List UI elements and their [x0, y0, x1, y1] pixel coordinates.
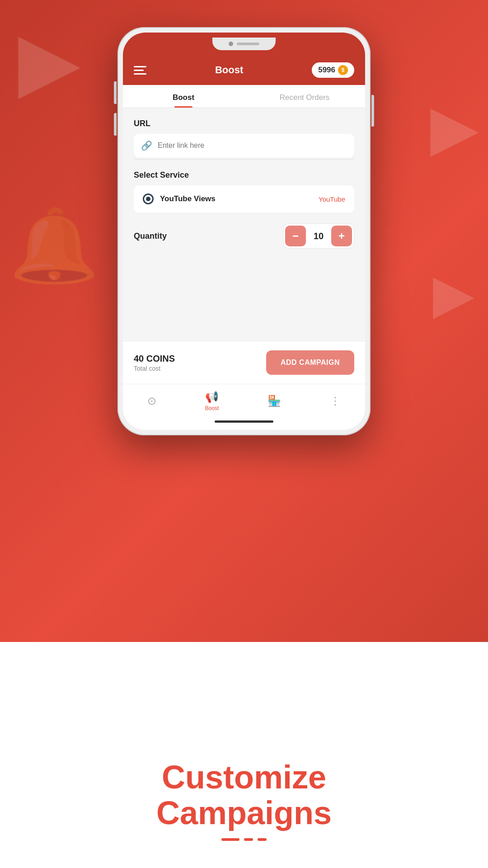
- url-input[interactable]: [158, 142, 347, 150]
- yt-watermark-3: 🔔: [9, 203, 99, 288]
- cost-label: Total cost: [134, 365, 175, 372]
- underline-dot-2: [244, 838, 253, 841]
- yt-watermark-4: ▶: [433, 262, 474, 325]
- speaker: [237, 42, 259, 45]
- phone-frame: Boost 5996 $ Boost Recent Orders URL: [117, 27, 371, 435]
- nav-item-more[interactable]: ⋮: [330, 395, 341, 407]
- more-nav-icon: ⋮: [330, 395, 341, 407]
- coin-icon: $: [338, 65, 348, 75]
- app-header: Boost 5996 $: [123, 55, 365, 85]
- volume-down-button: [114, 113, 117, 136]
- url-divider: [134, 159, 354, 160]
- url-input-container: 🔗: [134, 134, 354, 157]
- nav-item-home[interactable]: ⊙: [147, 395, 156, 407]
- content-spacer: [134, 259, 354, 341]
- phone-screen: Boost 5996 $ Boost Recent Orders URL: [123, 55, 365, 430]
- bottom-nav: ⊙ 📢 Boost 🏪 ⋮: [123, 384, 365, 416]
- store-nav-icon: 🏪: [267, 395, 281, 407]
- notch: [212, 38, 276, 50]
- menu-button[interactable]: [134, 66, 146, 75]
- nav-item-boost[interactable]: 📢 Boost: [205, 391, 219, 411]
- yt-watermark-1: ▶: [18, 14, 80, 108]
- underline-dot-3: [258, 838, 267, 841]
- tabs-bar: Boost Recent Orders: [123, 85, 365, 108]
- home-nav-icon: ⊙: [147, 395, 156, 407]
- cost-info: 40 COINS Total cost: [134, 354, 175, 372]
- yt-watermark-2: ▶: [430, 90, 479, 164]
- home-indicator: [123, 416, 365, 430]
- tab-boost[interactable]: Boost: [123, 85, 244, 108]
- volume-up-button: [114, 81, 117, 104]
- customize-line2: Campaigns: [0, 795, 488, 831]
- quantity-label: Quantity: [134, 231, 167, 241]
- quantity-value: 10: [310, 231, 328, 241]
- bottom-text-section: Customize Campaigns: [0, 760, 488, 841]
- boost-nav-icon: 📢: [205, 391, 219, 403]
- url-section-label: URL: [134, 119, 354, 128]
- service-radio-inner: [146, 197, 150, 201]
- customize-line1: Customize: [0, 760, 488, 795]
- coins-badge[interactable]: 5996 $: [312, 62, 354, 78]
- nav-item-store[interactable]: 🏪: [267, 395, 281, 407]
- phone-top-bar: [123, 33, 365, 55]
- tab-recent-orders[interactable]: Recent Orders: [244, 85, 365, 108]
- cost-amount: 40 COINS: [134, 354, 175, 364]
- service-left: YouTube Views: [143, 193, 216, 204]
- link-icon: 🔗: [141, 140, 152, 151]
- boost-nav-label: Boost: [205, 405, 219, 411]
- service-name: YouTube Views: [160, 194, 216, 203]
- service-card[interactable]: YouTube Views YouTube: [134, 185, 354, 212]
- power-button: [371, 95, 374, 127]
- phone-wrapper: Boost 5996 $ Boost Recent Orders URL: [117, 27, 371, 435]
- header-title: Boost: [215, 64, 243, 76]
- main-content: URL 🔗 Select Service YouTube Views YouT: [123, 108, 365, 341]
- home-bar: [215, 420, 273, 423]
- service-platform: YouTube: [319, 195, 345, 203]
- customize-underline: [0, 838, 488, 841]
- quantity-increment-button[interactable]: +: [331, 226, 352, 246]
- service-radio: [143, 193, 154, 204]
- service-section-label: Select Service: [134, 170, 354, 180]
- quantity-row: Quantity − 10 +: [134, 223, 354, 249]
- bottom-action-bar: 40 COINS Total cost ADD CAMPAIGN: [123, 341, 365, 384]
- coins-value: 5996: [318, 66, 335, 75]
- add-campaign-button[interactable]: ADD CAMPAIGN: [266, 350, 354, 375]
- quantity-controls: − 10 +: [283, 223, 354, 249]
- underline-dot-1: [221, 838, 239, 841]
- front-camera: [229, 42, 233, 46]
- quantity-decrement-button[interactable]: −: [285, 226, 306, 246]
